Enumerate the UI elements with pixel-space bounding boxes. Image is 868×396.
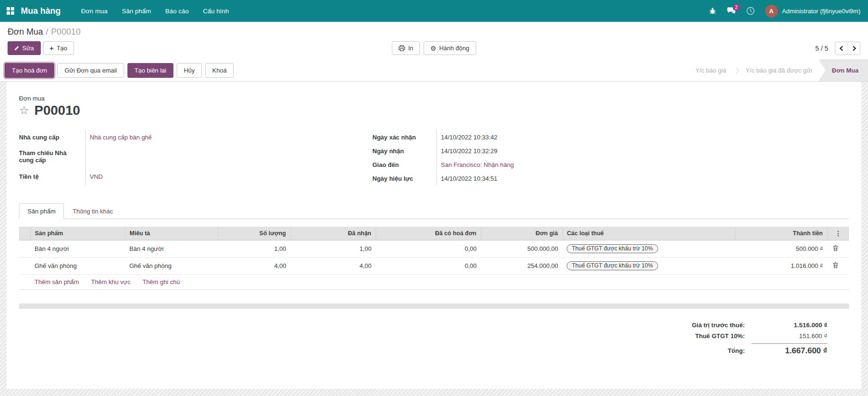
print-button[interactable]: In <box>392 41 420 55</box>
activities-clock-icon[interactable] <box>746 7 755 15</box>
column-header-received[interactable]: Đã nhận <box>290 227 376 240</box>
cell-delete <box>827 240 849 258</box>
add-note-link[interactable]: Thêm ghi chú <box>143 278 180 285</box>
cell-received: 1,00 <box>290 240 376 258</box>
column-header-quantity[interactable]: Số lượng <box>218 227 290 240</box>
column-header-product[interactable]: Sản phẩm <box>30 227 125 240</box>
apps-menu-icon[interactable] <box>7 7 14 15</box>
status-step-rfq[interactable]: Y/c báo giá <box>696 67 726 74</box>
cell-description: Bàn 4 người <box>125 240 218 258</box>
column-header-billed[interactable]: Đã có hoá đơn <box>376 227 481 240</box>
print-button-label: In <box>408 45 413 52</box>
column-header-unit-price[interactable]: Đơn giá <box>481 227 562 240</box>
pager-count: 5 / 5 <box>815 45 828 52</box>
cell-quantity: 1,00 <box>218 240 290 258</box>
column-header-taxes[interactable]: Các loại thuế <box>562 227 735 240</box>
nav-item-san-pham[interactable]: Sản phẩm <box>115 1 158 21</box>
messages-icon[interactable]: 2 <box>727 7 736 15</box>
field-label-vendor-reference: Tham chiếu Nhà cung cấp <box>19 146 85 170</box>
status-step-rfq-sent[interactable]: Y/c báo giá đã được gửi <box>746 67 812 74</box>
tab-products[interactable]: Sản phẩm <box>19 203 64 219</box>
notebook-tabs: Sản phẩm Thông tin khác <box>19 203 849 219</box>
nav-item-cau-hinh[interactable]: Cấu hình <box>196 1 236 21</box>
send-by-email-button[interactable]: Gửi Đơn qua email <box>57 63 124 78</box>
field-label-currency: Tiền tệ <box>19 170 85 185</box>
cell-product: Bàn 4 người <box>30 240 125 258</box>
action-button[interactable]: ⚙ Hành động <box>424 41 476 55</box>
field-value-receipt-date: 14/10/2022 10:32:29 <box>436 144 726 158</box>
field-value-confirmation-date: 14/10/2022 10:33:42 <box>436 130 726 144</box>
delete-line-button[interactable] <box>832 262 840 268</box>
nav-item-don-mua[interactable]: Đơn mua <box>74 1 115 21</box>
cell-subtotal: 500.000 ₫ <box>735 240 827 258</box>
delete-line-button[interactable] <box>832 245 840 251</box>
status-step-purchase-order[interactable]: Đơn Mua <box>819 59 868 81</box>
record-title: P00010 <box>35 103 81 118</box>
pager-next-button[interactable] <box>848 42 860 55</box>
cell-delete <box>827 258 849 275</box>
cell-taxes: Thuế GTGT được khấu trừ 10% <box>562 240 735 258</box>
app-name[interactable]: Mua hàng <box>21 6 61 16</box>
tax-amount-value: 151.600 ₫ <box>751 332 827 340</box>
cancel-button[interactable]: Hủy <box>177 63 202 78</box>
horizontal-scrollbar[interactable] <box>19 304 849 309</box>
cell-description: Ghế văn phòng <box>125 258 218 275</box>
field-value-effective-date: 14/10/2022 10:34:51 <box>436 172 726 185</box>
order-lines-table: Sản phẩm Miêu tả Số lượng Đã nhận Đã có … <box>19 227 849 290</box>
user-name: Administrator (fj6nyue0vi9m) <box>782 8 860 15</box>
user-menu[interactable]: A Administrator (fj6nyue0vi9m) <box>765 5 860 18</box>
breadcrumb-current: P00010 <box>51 27 81 37</box>
create-receipt-button[interactable]: Tạo biên lai <box>127 63 173 78</box>
breadcrumb-separator: / <box>46 27 48 37</box>
field-value-deliver-to[interactable]: San Francisco: Nhận hàng <box>441 161 514 168</box>
gear-icon: ⚙ <box>430 45 436 52</box>
cell-billed: 0,00 <box>376 258 481 275</box>
debug-bug-icon[interactable] <box>709 7 716 15</box>
field-value-currency[interactable]: VND <box>90 173 103 180</box>
total-label: Tổng: <box>692 347 745 356</box>
optional-columns-icon[interactable]: ⋮ <box>832 230 845 237</box>
lock-button[interactable]: Khoá <box>205 63 234 78</box>
create-button-label: Tạo <box>56 45 67 52</box>
tax-badge: Thuế GTGT được khấu trừ 10% <box>567 244 658 253</box>
cell-quantity: 4,00 <box>218 258 290 275</box>
column-header-subtotal[interactable]: Thành tiền <box>735 227 827 240</box>
pager-previous-button[interactable] <box>835 42 848 55</box>
status-pipeline: Y/c báo giá Y/c báo giá đã được gửi Đơn … <box>696 59 868 81</box>
cell-taxes: Thuế GTGT được khấu trừ 10% <box>562 258 735 275</box>
untaxed-amount-value: 1.516.000 ₫ <box>751 322 827 329</box>
messages-count-badge: 2 <box>733 4 740 11</box>
action-button-label: Hành động <box>439 45 470 52</box>
add-product-link[interactable]: Thêm sản phẩm <box>35 278 79 285</box>
field-value-vendor[interactable]: Nhà cung cấp bàn ghế <box>90 134 152 141</box>
table-row[interactable]: Ghế văn phòng Ghế văn phòng 4,00 4,00 0,… <box>19 258 849 275</box>
cell-received: 4,00 <box>290 258 376 275</box>
table-row[interactable]: Bàn 4 người Bàn 4 người 1,00 1,00 0,00 5… <box>19 240 849 258</box>
create-button[interactable]: + Tạo <box>43 41 74 55</box>
cell-billed: 0,00 <box>376 240 481 258</box>
statusbar: Tạo hoá đơn Gửi Đơn qua email Tạo biên l… <box>0 59 868 82</box>
add-section-link[interactable]: Thêm khu vực <box>91 278 130 285</box>
pencil-icon <box>14 46 19 51</box>
edit-button-label: Sửa <box>22 45 34 52</box>
nav-item-bao-cao[interactable]: Báo cáo <box>158 1 196 21</box>
breadcrumb: Đơn Mua/P00010 <box>8 27 860 37</box>
create-invoice-button[interactable]: Tạo hoá đơn <box>5 63 54 78</box>
record-title-label: Đơn mua <box>19 95 849 102</box>
pager <box>835 42 860 55</box>
column-header-handle <box>19 227 30 240</box>
field-label-confirmation-date: Ngày xác nhận <box>372 130 436 144</box>
edit-button[interactable]: Sửa <box>8 41 41 55</box>
row-handle <box>19 240 30 258</box>
column-header-description[interactable]: Miêu tả <box>125 227 218 240</box>
avatar: A <box>765 5 778 18</box>
field-label-vendor: Nhà cung cấp <box>19 130 85 146</box>
field-label-receipt-date: Ngày nhận <box>372 144 436 158</box>
chevron-right-icon <box>733 67 739 74</box>
top-navbar: Mua hàng Đơn mua Sản phẩm Báo cáo Cấu hì… <box>0 0 868 22</box>
printer-icon <box>398 45 405 51</box>
breadcrumb-don-mua[interactable]: Đơn Mua <box>8 27 43 37</box>
tab-other-info[interactable]: Thông tin khác <box>64 203 121 219</box>
favorite-star-icon[interactable]: ☆ <box>19 105 29 116</box>
cell-unit-price: 500.000,00 <box>481 240 562 258</box>
